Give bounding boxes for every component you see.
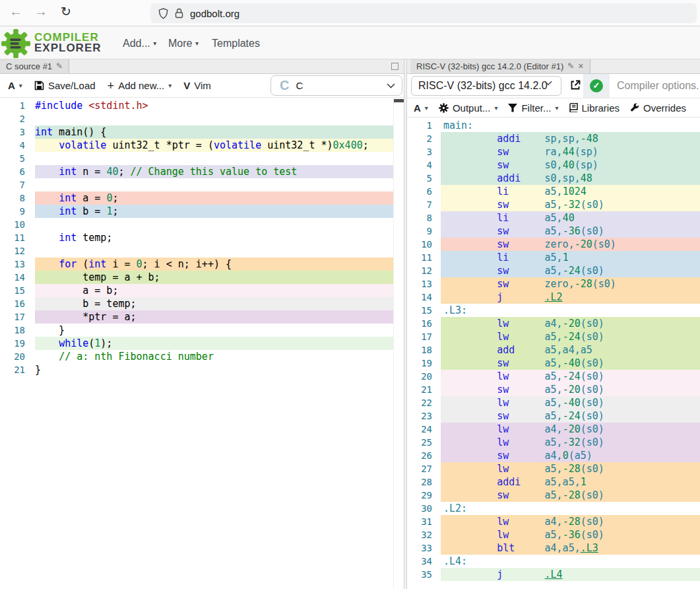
- line-content[interactable]: int b = 1;: [35, 205, 393, 218]
- line-content[interactable]: sw a5,-32(s0): [441, 198, 700, 211]
- open-compiler-external-icon[interactable]: [569, 79, 581, 91]
- line-content[interactable]: sw s0,40(sp): [441, 158, 700, 172]
- line-content[interactable]: sw a5,-28(s0): [441, 489, 700, 502]
- label-link[interactable]: .L2: [545, 291, 563, 303]
- line-content[interactable]: while(1);: [35, 337, 393, 350]
- output-menu-button[interactable]: Output... ▾: [439, 102, 498, 114]
- line-content[interactable]: lw a5,-40(s0): [441, 396, 700, 409]
- asm-line[interactable]: 31 lw a4,-28(s0): [407, 515, 700, 528]
- asm-line[interactable]: 1main:: [407, 119, 700, 132]
- line-content[interactable]: li a5,40: [441, 211, 700, 225]
- editor-scrollbar[interactable]: [393, 98, 404, 589]
- line-content[interactable]: addi s0,sp,48: [441, 172, 700, 185]
- asm-line[interactable]: 4 sw s0,40(sp): [407, 158, 700, 172]
- reload-icon[interactable]: ↻: [61, 4, 71, 19]
- asm-line[interactable]: 11 li a5,1: [407, 251, 700, 264]
- menu-templates[interactable]: Templates: [212, 27, 260, 59]
- code-line[interactable]: 14 temp = a + b;: [0, 271, 404, 284]
- line-content[interactable]: sw a4,0(a5): [441, 449, 700, 462]
- line-content[interactable]: sw a5,-40(s0): [441, 357, 700, 370]
- line-content[interactable]: [35, 178, 393, 191]
- asm-line[interactable]: 34.L4:: [407, 555, 700, 568]
- line-content[interactable]: a = b;: [35, 284, 393, 297]
- line-content[interactable]: int a = 0;: [35, 191, 393, 205]
- line-content[interactable]: sw a5,-24(s0): [441, 264, 700, 277]
- scrollbar-thumb[interactable]: [394, 99, 404, 102]
- tab-c-source[interactable]: C source #1 ✎: [0, 59, 69, 73]
- line-content[interactable]: lw a5,-32(s0): [441, 436, 700, 449]
- line-content[interactable]: sw ra,44(sp): [441, 145, 700, 158]
- compile-success-check-icon[interactable]: ✓: [590, 79, 603, 92]
- line-content[interactable]: lw a5,-24(s0): [441, 370, 700, 383]
- rename-pencil-icon[interactable]: ✎: [567, 59, 574, 73]
- asm-line[interactable]: 30.L2:: [407, 502, 700, 515]
- line-content[interactable]: main:: [441, 119, 700, 132]
- compiler-select[interactable]: RISC-V (32-bits) gcc 14.2.0: [411, 76, 561, 96]
- font-size-button[interactable]: A▾: [414, 102, 428, 114]
- line-content[interactable]: sw a5,-36(s0): [441, 225, 700, 238]
- maximize-pane-icon[interactable]: [391, 63, 398, 70]
- asm-line[interactable]: 9 sw a5,-36(s0): [407, 225, 700, 238]
- line-content[interactable]: .L3:: [441, 304, 700, 317]
- code-line[interactable]: 3int main() {: [0, 125, 404, 139]
- line-content[interactable]: [35, 244, 393, 258]
- asm-line[interactable]: 18 add a5,a4,a5: [407, 343, 700, 357]
- line-content[interactable]: [35, 152, 393, 165]
- line-content[interactable]: lw a5,-24(s0): [441, 330, 700, 343]
- code-line[interactable]: 13 for (int i = 0; i < n; i++) {: [0, 258, 404, 271]
- assembly-output-editor[interactable]: 1main:2 addi sp,sp,-483 sw ra,44(sp)4 sw…: [407, 118, 700, 589]
- line-content[interactable]: lw a5,-36(s0): [441, 528, 700, 541]
- line-content[interactable]: lw a4,-20(s0): [441, 423, 700, 436]
- libraries-button[interactable]: Libraries: [569, 102, 620, 114]
- line-content[interactable]: #include <stdint.h>: [35, 99, 393, 112]
- line-content[interactable]: [35, 112, 393, 125]
- back-icon[interactable]: ←: [9, 4, 22, 19]
- compiler-options-input[interactable]: Compiler options...: [617, 74, 700, 98]
- code-line[interactable]: 21}: [0, 363, 404, 376]
- asm-line[interactable]: 13 sw zero,-28(s0): [407, 277, 700, 291]
- line-content[interactable]: for (int i = 0; i < n; i++) {: [35, 258, 393, 271]
- code-line[interactable]: 5: [0, 152, 404, 165]
- font-size-button[interactable]: A▾: [8, 80, 22, 91]
- line-content[interactable]: temp = a + b;: [35, 271, 393, 284]
- asm-line[interactable]: 20 lw a5,-24(s0): [407, 370, 700, 383]
- line-content[interactable]: lw a4,-20(s0): [441, 317, 700, 330]
- forward-icon[interactable]: →: [34, 4, 48, 19]
- code-line[interactable]: 1#include <stdint.h>: [0, 99, 404, 112]
- asm-line[interactable]: 16 lw a4,-20(s0): [407, 317, 700, 330]
- code-line[interactable]: 16 b = temp;: [0, 297, 404, 310]
- tab-compiler-output[interactable]: RISC-V (32-bits) gcc 14.2.0 (Editor #1) …: [410, 59, 590, 73]
- line-content[interactable]: addi a5,a5,1: [441, 475, 700, 489]
- vim-toggle-button[interactable]: V Vim: [183, 80, 211, 91]
- asm-line[interactable]: 6 li a5,1024: [407, 185, 700, 198]
- asm-line[interactable]: 2 addi sp,sp,-48: [407, 132, 700, 145]
- asm-line[interactable]: 5 addi s0,sp,48: [407, 172, 700, 185]
- code-line[interactable]: 18 }: [0, 324, 404, 337]
- address-bar[interactable]: godbolt.org: [150, 3, 697, 23]
- asm-line[interactable]: 28 addi a5,a5,1: [407, 475, 700, 489]
- asm-line[interactable]: 3 sw ra,44(sp): [407, 145, 700, 158]
- add-new-button[interactable]: + Add new... ▾: [108, 80, 172, 91]
- line-content[interactable]: *ptr = a;: [35, 310, 393, 324]
- code-line[interactable]: 12: [0, 244, 404, 258]
- line-content[interactable]: b = temp;: [35, 297, 393, 310]
- line-content[interactable]: addi sp,sp,-48: [441, 132, 700, 145]
- filter-menu-button[interactable]: Filter... ▾: [508, 102, 558, 114]
- asm-line[interactable]: 26 sw a4,0(a5): [407, 449, 700, 462]
- line-content[interactable]: sw zero,-28(s0): [441, 277, 700, 291]
- line-content[interactable]: lw a4,-28(s0): [441, 515, 700, 528]
- asm-line[interactable]: 21 sw a5,-20(s0): [407, 383, 700, 396]
- line-content[interactable]: // a: nth Fibonacci number: [35, 350, 393, 363]
- asm-line[interactable]: 22 lw a5,-40(s0): [407, 396, 700, 409]
- asm-line[interactable]: 19 sw a5,-40(s0): [407, 357, 700, 370]
- asm-line[interactable]: 32 lw a5,-36(s0): [407, 528, 700, 541]
- line-content[interactable]: int temp;: [35, 231, 393, 244]
- line-content[interactable]: li a5,1: [441, 251, 700, 264]
- code-line[interactable]: 6 int n = 40; // Change this value to te…: [0, 165, 404, 178]
- code-line[interactable]: 11 int temp;: [0, 231, 404, 244]
- line-content[interactable]: sw a5,-20(s0): [441, 383, 700, 396]
- overrides-button[interactable]: Overrides: [630, 102, 686, 114]
- code-line[interactable]: 15 a = b;: [0, 284, 404, 297]
- asm-line[interactable]: 12 sw a5,-24(s0): [407, 264, 700, 277]
- line-content[interactable]: li a5,1024: [441, 185, 700, 198]
